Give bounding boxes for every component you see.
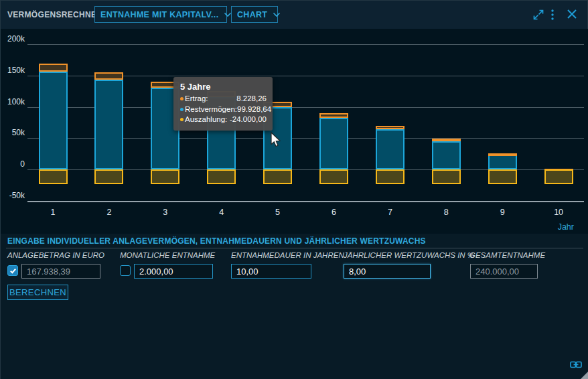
wertzuwachs-input[interactable] xyxy=(344,264,431,279)
view-type-value: CHART xyxy=(237,10,267,19)
mouse-cursor xyxy=(270,132,283,148)
x-axis-tick-label: 6 xyxy=(321,208,348,217)
bar-segment-restvermoegen[interactable] xyxy=(376,129,405,169)
section-title: EINGABE INDIVIDUELLER ANLAGEVERMÖGEN, EN… xyxy=(7,236,426,246)
bar-segment-restvermoegen[interactable] xyxy=(94,80,123,169)
tooltip-label: Restvermögen: xyxy=(185,104,237,115)
kebab-menu-icon[interactable] xyxy=(550,9,555,21)
y-axis-tick-label: 100k xyxy=(1,97,25,106)
bar-segment-restvermoegen[interactable] xyxy=(488,155,517,169)
x-axis-tick-label: 1 xyxy=(40,208,66,217)
x-axis-title: Jahr xyxy=(558,222,574,232)
y-axis-tick-label: -50k xyxy=(1,191,25,200)
close-icon[interactable] xyxy=(567,9,577,19)
tooltip-value: 8.228,26 xyxy=(236,94,267,104)
tooltip-value: -24.000,00 xyxy=(230,115,267,125)
tooltip-title: 5 Jahre xyxy=(180,82,267,92)
bar-segment-ertrag[interactable] xyxy=(376,126,405,129)
y-axis-tick-label: 0 xyxy=(1,159,25,169)
wertzuwachs-label: JÄHRLICHER WERTZUWACHS IN % xyxy=(344,251,474,259)
section-divider xyxy=(6,248,583,248)
x-axis-tick-label: 3 xyxy=(152,208,179,217)
monatliche-entnahme-label: MONATLICHE ENTNAHME xyxy=(120,251,215,259)
anlagebetrag-checkbox[interactable] xyxy=(7,265,18,276)
monatliche-entnahme-input[interactable] xyxy=(134,264,213,279)
bar-segment-auszahlung[interactable] xyxy=(151,169,179,184)
x-axis-tick-label: 10 xyxy=(545,208,572,217)
bar-segment-ertrag[interactable] xyxy=(94,72,123,80)
gesamtentnahme-label: GESAMTENTNAHME xyxy=(469,251,545,259)
entnahmedauer-label: ENTNAHMEDAUER IN JAHREN xyxy=(231,251,344,259)
restvermoegen-bullet-icon xyxy=(180,108,183,111)
tooltip-label: Ertrag: xyxy=(185,94,208,104)
calculation-mode-value: ENTNAHME MIT KAPITALV... xyxy=(100,10,218,19)
resize-grip[interactable] xyxy=(580,371,588,379)
berechnen-button[interactable]: BERECHNEN xyxy=(7,285,68,300)
bar-segment-auszahlung[interactable] xyxy=(319,169,348,184)
bar-segment-auszahlung[interactable] xyxy=(376,169,405,184)
x-axis-tick-label: 7 xyxy=(376,208,403,217)
bar-segment-auszahlung[interactable] xyxy=(39,169,68,184)
widget-title: VERMÖGENSRECHNER xyxy=(7,10,102,19)
link-icon[interactable] xyxy=(570,360,582,369)
y-axis-tick-label: 150k xyxy=(1,66,25,75)
gesamtentnahme-input[interactable] xyxy=(470,264,538,279)
vermoegensrechner-widget: VERMÖGENSRECHNER ENTNAHME MIT KAPITALV..… xyxy=(0,0,588,379)
tooltip-row-ertrag: Ertrag: 8.228,26 xyxy=(180,94,267,104)
x-axis-tick-label: 9 xyxy=(489,208,516,217)
bar-chart-plot: 200k150k100k50k0-50k12345678910 xyxy=(1,29,588,234)
bar-segment-restvermoegen[interactable] xyxy=(432,141,461,169)
bar-segment-auszahlung[interactable] xyxy=(263,169,292,184)
bar-segment-auszahlung[interactable] xyxy=(207,169,236,184)
title-bar: VERMÖGENSRECHNER ENTNAHME MIT KAPITALV..… xyxy=(1,1,587,29)
anlagebetrag-label: ANLAGEBETRAG IN EURO xyxy=(7,251,104,259)
entnahmedauer-input[interactable] xyxy=(231,264,311,279)
chevron-down-icon xyxy=(273,12,281,17)
check-icon xyxy=(9,267,17,275)
chart-area: 200k150k100k50k0-50k12345678910 Jahr 5 J… xyxy=(1,29,588,234)
bar-segment-auszahlung[interactable] xyxy=(544,169,573,184)
gridline xyxy=(27,44,584,45)
input-section: EINGABE INDIVIDUELLER ANLAGEVERMÖGEN, EN… xyxy=(1,234,588,379)
y-axis-tick-label: 200k xyxy=(1,34,25,44)
calculation-mode-dropdown[interactable]: ENTNAHME MIT KAPITALV... xyxy=(94,6,227,23)
tooltip-row-restvermoegen: Restvermögen: 99.928,64 xyxy=(180,104,267,115)
bar-segment-ertrag[interactable] xyxy=(432,139,461,141)
bar-segment-restvermoegen[interactable] xyxy=(39,72,68,169)
x-axis-tick-label: 8 xyxy=(433,208,459,217)
x-axis-tick-label: 5 xyxy=(265,208,291,217)
gridline xyxy=(27,201,584,202)
bar-segment-ertrag[interactable] xyxy=(319,113,348,118)
ertrag-bullet-icon xyxy=(180,97,183,100)
bar-segment-auszahlung[interactable] xyxy=(94,169,123,184)
y-axis-tick-label: 50k xyxy=(1,128,25,137)
view-type-dropdown[interactable]: CHART xyxy=(231,6,278,23)
bar-segment-auszahlung[interactable] xyxy=(432,169,461,184)
anlagebetrag-input[interactable] xyxy=(21,264,100,279)
auszahlung-bullet-icon xyxy=(180,118,183,121)
tooltip-row-auszahlung: Auszahlung: -24.000,00 xyxy=(180,115,267,125)
monatliche-entnahme-checkbox[interactable] xyxy=(120,265,131,276)
x-axis-tick-label: 4 xyxy=(208,208,235,217)
bar-segment-ertrag[interactable] xyxy=(488,153,517,156)
bar-segment-auszahlung[interactable] xyxy=(488,169,517,184)
bar-segment-ertrag[interactable] xyxy=(39,64,68,72)
fullscreen-expand-icon[interactable] xyxy=(532,9,544,21)
tooltip-label: Auszahlung: xyxy=(185,115,227,125)
x-axis-tick-label: 2 xyxy=(96,208,123,217)
chart-tooltip: 5 Jahre Ertrag: 8.228,26 Restvermögen: 9… xyxy=(173,77,273,131)
bar-segment-restvermoegen[interactable] xyxy=(319,118,348,169)
tooltip-value: 99.928,64 xyxy=(237,104,271,115)
